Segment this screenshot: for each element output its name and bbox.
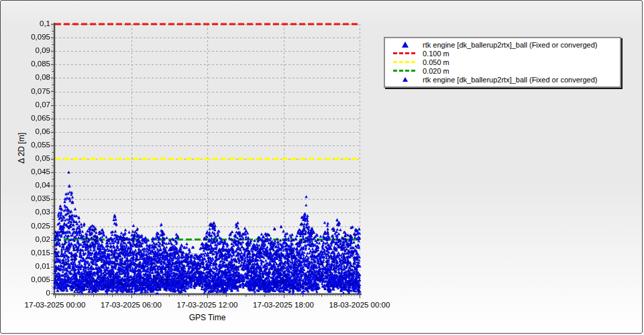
y-tick-label: 0,035 xyxy=(21,194,50,202)
legend-dashed-line-sample xyxy=(393,61,417,63)
y-tick-label: 0,07 xyxy=(21,100,50,109)
y-tick-label: 0,015 xyxy=(21,249,50,257)
y-tick-label: 0,085 xyxy=(21,60,50,68)
y-tick-label: 0,09 xyxy=(21,46,50,54)
legend-dashed-line-sample xyxy=(393,70,417,72)
y-tick-label: 0,01 xyxy=(21,262,50,270)
legend-item: 0.020 m xyxy=(388,66,617,75)
y-tick-label: 0 xyxy=(21,289,50,297)
chart-window: Δ 2D [m] 0,10,0950,090,0850,080,0750,070… xyxy=(0,0,643,334)
y-tick-label: 0,02 xyxy=(21,235,50,243)
y-tick-label: 0,03 xyxy=(21,208,50,216)
x-tick-label: 17-03-2025 12:00 xyxy=(167,301,248,309)
legend-triangle-marker-icon xyxy=(402,77,408,82)
legend-item: rtk engine [dk_ballerup2rtx]_ball (Fixed… xyxy=(388,40,617,49)
y-tick-label: 0,08 xyxy=(21,73,50,81)
y-tick-label: 0,04 xyxy=(21,181,50,189)
y-tick-label: 0,06 xyxy=(21,127,50,135)
y-tick-label: 0,025 xyxy=(21,222,50,230)
x-tick-label: 17-03-2025 06:00 xyxy=(91,301,172,309)
y-tick-label: 0,045 xyxy=(21,168,50,176)
legend-item: rtk engine [dk_ballerup2rtx]_ball (Fixed… xyxy=(388,75,617,84)
legend-item: 0.100 m xyxy=(388,49,617,58)
y-tick-label: 0,095 xyxy=(21,33,50,41)
legend: rtk engine [dk_ballerup2rtx]_ball (Fixed… xyxy=(384,37,621,88)
legend-item: 0.050 m xyxy=(388,58,617,66)
legend-triangle-marker-icon xyxy=(402,42,409,48)
y-tick-label: 0,075 xyxy=(21,87,50,95)
plot-area-canvas[interactable] xyxy=(48,19,368,301)
x-axis-title: GPS Time xyxy=(120,313,294,322)
legend-item-label: 0.100 m xyxy=(423,50,449,58)
x-tick-label: 18-03-2025 00:00 xyxy=(319,301,400,309)
legend-item-label: 0.050 m xyxy=(423,58,449,66)
legend-dashed-line-sample xyxy=(393,52,417,54)
y-tick-label: 0,1 xyxy=(21,19,50,27)
legend-item-label: 0.020 m xyxy=(423,67,449,75)
y-tick-label: 0,05 xyxy=(21,154,50,162)
x-tick-label: 17-03-2025 18:00 xyxy=(244,301,324,309)
x-tick-label: 17-03-2025 00:00 xyxy=(15,301,95,309)
legend-item-label: rtk engine [dk_ballerup2rtx]_ball (Fixed… xyxy=(423,76,597,84)
y-tick-label: 0,055 xyxy=(21,141,50,149)
y-tick-label: 0,005 xyxy=(21,275,50,283)
legend-item-label: rtk engine [dk_ballerup2rtx]_ball (Fixed… xyxy=(423,41,597,49)
y-tick-label: 0,065 xyxy=(21,114,50,122)
